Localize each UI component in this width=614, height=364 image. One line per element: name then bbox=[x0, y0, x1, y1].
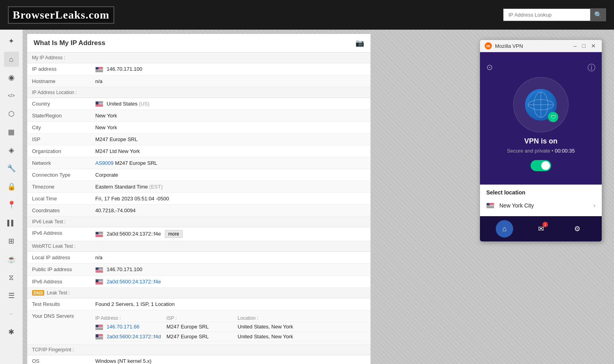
maximize-button[interactable]: □ bbox=[581, 43, 587, 49]
vpn-home-button[interactable]: ⌂ bbox=[496, 220, 513, 238]
field-label: IPv6 Address bbox=[27, 275, 91, 288]
section-tcp: TCP/IP Fingerprint : bbox=[27, 345, 370, 355]
sidebar-icon-shield[interactable]: ⬡ bbox=[4, 106, 19, 121]
field-value: United States (US) bbox=[91, 98, 370, 110]
sidebar-icon-filter[interactable]: ⧖ bbox=[4, 270, 19, 285]
dns-location: United States, New York bbox=[238, 322, 366, 332]
search-input[interactable] bbox=[503, 9, 590, 21]
table-row: Public IP address 146.70.171.100 bbox=[27, 264, 370, 276]
dns-ip-link[interactable]: 146.70.171.66 bbox=[107, 324, 140, 330]
field-label: Hostname bbox=[27, 75, 91, 87]
sidebar-icon-settings[interactable]: ✱ bbox=[4, 324, 19, 339]
table-row: Local IP address n/a bbox=[27, 252, 370, 264]
as-link[interactable]: AS9009 bbox=[95, 160, 113, 166]
sidebar-icon-image[interactable]: ▦ bbox=[4, 124, 19, 140]
flag-us-icon bbox=[95, 334, 103, 339]
more-button[interactable]: more bbox=[165, 230, 183, 238]
tcp-label: TCP/IP Fingerprint : bbox=[32, 347, 74, 353]
table-row: Coordinates 40.7218,-74.0094 bbox=[27, 205, 370, 217]
sidebar-icon-wifi[interactable]: ◉ bbox=[4, 70, 19, 85]
vpn-titlebar-left: m Mozilla VPN bbox=[485, 42, 523, 49]
dns-ip: 146.70.171.66 bbox=[95, 322, 166, 332]
flag-us-icon bbox=[95, 279, 103, 285]
flag-us-icon bbox=[95, 267, 103, 273]
field-label: State/Region bbox=[27, 110, 91, 122]
sidebar-icon-lock[interactable]: 🔒 bbox=[4, 179, 19, 194]
vpn-bottom-bar: ⌂ ✉ 1 ⚙ bbox=[480, 216, 602, 241]
table-row: Local Time Fri, 17 Feb 2023 05:51:04 -05… bbox=[27, 193, 370, 205]
minimize-button[interactable]: – bbox=[572, 43, 578, 49]
dns-row: 146.70.171.66 M247 Europe SRL United Sta… bbox=[95, 322, 366, 332]
search-button[interactable]: 🔍 bbox=[590, 8, 606, 21]
section-ipv6: IPv6 Leak Test : bbox=[27, 217, 370, 227]
sidebar-icon-grid[interactable]: ⊞ bbox=[4, 234, 19, 249]
sidebar-icon-menu[interactable]: ☰ bbox=[4, 288, 19, 303]
section-dns: DNS Leak Test : bbox=[27, 288, 370, 298]
table-row: IP address 146.70.171.100 bbox=[27, 63, 370, 75]
table-row: Connection Type Corporate bbox=[27, 169, 370, 181]
camera-icon[interactable]: 📷 bbox=[355, 39, 364, 47]
dns-row: 2a0d:5600:24:1372::f4d M247 Europe SRL U… bbox=[95, 332, 366, 341]
section-my-ip: My IP Address : bbox=[27, 53, 370, 63]
dns-col-isp: ISP : bbox=[166, 315, 238, 322]
sidebar-icon-ellipsis[interactable]: ··· bbox=[4, 306, 19, 321]
field-label: Local Time bbox=[27, 193, 91, 205]
vpn-home-icon: ⌂ bbox=[503, 225, 507, 233]
sidebar-icon-star[interactable]: ✦ bbox=[4, 34, 19, 49]
vpn-globe-area: ⊙ ⓘ 🛡 VPN is on Secure and bbox=[486, 58, 595, 178]
field-label: Country bbox=[27, 98, 91, 110]
dns-badge: DNS bbox=[32, 290, 44, 296]
close-button[interactable]: ✕ bbox=[590, 43, 597, 49]
table-row: State/Region New York bbox=[27, 110, 370, 122]
field-label: Local IP address bbox=[27, 252, 91, 264]
ipv6-table: IPv6 Address 2a0d:5600:24:1372::f4e more bbox=[27, 227, 370, 241]
section-ip-location: IP Address Location : bbox=[27, 87, 370, 98]
table-row: Hostname n/a bbox=[27, 75, 370, 87]
vpn-toggle[interactable] bbox=[531, 160, 551, 171]
sidebar-icon-chart[interactable]: ▌▌ bbox=[4, 215, 19, 230]
table-row: City New York bbox=[27, 122, 370, 134]
dns-isp: M247 Europe SRL bbox=[166, 322, 238, 332]
field-label: IP address bbox=[27, 63, 91, 75]
field-value: 146.70.171.100 bbox=[91, 264, 370, 276]
sidebar-icon-coffee[interactable]: ☕ bbox=[4, 252, 19, 267]
field-value: 146.70.171.100 bbox=[91, 63, 370, 75]
vpn-globe-circle: 🛡 bbox=[513, 77, 569, 132]
vpn-info-icon[interactable]: ⓘ bbox=[588, 62, 595, 73]
vpn-timer: 00:00:35 bbox=[555, 148, 575, 154]
field-label: Organization bbox=[27, 145, 91, 157]
page-title: What Is My IP Address bbox=[34, 39, 105, 47]
vpn-signal-icon: ⊙ bbox=[486, 62, 493, 73]
main-card: What Is My IP Address 📷 My IP Address : … bbox=[27, 34, 371, 364]
vpn-location-left: New York City bbox=[486, 202, 534, 209]
vpn-mail-button[interactable]: ✉ 1 bbox=[532, 220, 550, 238]
vpn-settings-button[interactable]: ⚙ bbox=[569, 220, 586, 238]
field-value: Eastern Standard Time (EST) bbox=[91, 181, 370, 193]
ipv6-webrtc-link[interactable]: 2a0d:5600:24:1372::f4e bbox=[107, 279, 161, 285]
field-label: Coordinates bbox=[27, 205, 91, 217]
vpn-location-name: New York City bbox=[499, 202, 534, 209]
field-label: City bbox=[27, 122, 91, 134]
flag-us-icon bbox=[95, 101, 103, 107]
field-label: Network bbox=[27, 157, 91, 169]
table-row: Timezone Eastern Standard Time (EST) bbox=[27, 181, 370, 193]
sidebar-icon-code[interactable]: </> bbox=[4, 88, 19, 103]
sidebar-icon-cube[interactable]: ◈ bbox=[4, 143, 19, 158]
flag-us-icon bbox=[95, 324, 103, 330]
field-value: n/a bbox=[91, 75, 370, 87]
dns-ipv6-link[interactable]: 2a0d:5600:24:1372::f4d bbox=[107, 334, 161, 339]
table-row: Country United States (US) bbox=[27, 98, 370, 110]
ip-location-table: Country United States (US) State/Region … bbox=[27, 98, 370, 217]
vpn-status-title: VPN is on bbox=[524, 137, 557, 145]
field-value: Windows (NT kernel 5.x) bbox=[91, 355, 370, 364]
sidebar-icon-tool[interactable]: 🔧 bbox=[4, 161, 19, 176]
sidebar-icon-location[interactable]: 📍 bbox=[4, 197, 19, 212]
field-value: IP Address : ISP : Location : 146.70.171 bbox=[91, 310, 370, 345]
sidebar-icon-home[interactable]: ⌂ bbox=[4, 52, 19, 67]
field-value: M247 Ltd New York bbox=[91, 145, 370, 157]
table-row: OS Windows (NT kernel 5.x) bbox=[27, 355, 370, 364]
vpn-globe-inner: 🛡 bbox=[525, 89, 557, 121]
my-ip-label: My IP Address : bbox=[32, 55, 65, 60]
vpn-location-row[interactable]: New York City › bbox=[486, 200, 595, 211]
field-label: OS bbox=[27, 355, 91, 364]
